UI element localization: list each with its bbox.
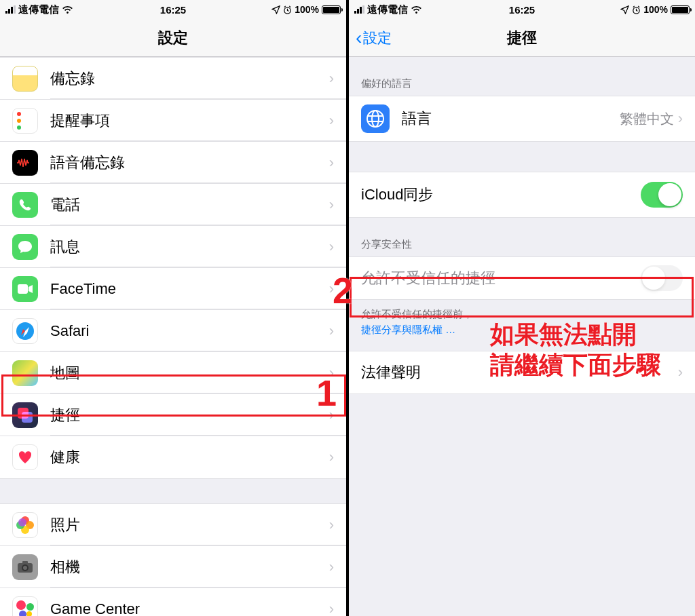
row-value: 繁體中文 — [620, 110, 674, 128]
row-label: 法律聲明 — [361, 362, 678, 383]
battery-icon — [322, 5, 341, 14]
row-label: 相機 — [50, 557, 329, 577]
row-label: 備忘錄 — [50, 69, 329, 89]
voice-memos-icon — [12, 150, 38, 176]
chevron-right-icon: › — [329, 196, 334, 214]
camera-icon — [12, 554, 38, 580]
row-health[interactable]: 健康 › — [0, 436, 346, 478]
chevron-right-icon: › — [329, 558, 334, 576]
row-label: 健康 — [50, 447, 329, 467]
status-bar: 遠傳電信 16:25 100% — [349, 0, 695, 19]
row-legal[interactable]: 法律聲明 › — [349, 351, 695, 393]
chevron-right-icon: › — [329, 322, 334, 340]
safari-icon — [12, 318, 38, 344]
chevron-right-icon: › — [329, 238, 334, 256]
row-phone[interactable]: 電話 › — [0, 184, 346, 226]
row-label: Game Center — [50, 600, 329, 616]
allow-untrusted-toggle[interactable] — [641, 265, 683, 291]
row-notes[interactable]: 備忘錄 › — [0, 58, 346, 100]
note-text: 允許不受信任的捷徑前， — [361, 308, 473, 320]
status-time: 16:25 — [349, 4, 695, 16]
chevron-right-icon: › — [329, 70, 334, 88]
page-title: 捷徑 — [349, 28, 695, 48]
row-label: 語音備忘錄 — [50, 153, 329, 173]
section-header-share: 分享安全性 — [349, 218, 695, 256]
status-bar: 遠傳電信 16:25 100% — [0, 0, 346, 19]
health-icon — [12, 444, 38, 470]
row-safari[interactable]: Safari › — [0, 310, 346, 352]
row-label: 電話 — [50, 195, 329, 215]
notes-icon — [12, 66, 38, 92]
battery-icon — [671, 5, 690, 14]
chevron-right-icon: › — [329, 600, 334, 616]
chevron-right-icon: › — [329, 516, 334, 534]
svg-rect-1 — [18, 284, 28, 294]
svg-rect-6 — [22, 561, 28, 564]
chevron-right-icon: › — [678, 364, 683, 381]
messages-icon — [12, 234, 38, 260]
row-label: 訊息 — [50, 237, 329, 257]
row-label: 語言 — [402, 109, 620, 129]
row-photos[interactable]: 照片 › — [0, 504, 346, 546]
row-gamecenter[interactable]: Game Center › — [0, 588, 346, 616]
gamecenter-icon — [12, 596, 38, 616]
chevron-right-icon: › — [329, 280, 334, 298]
back-label: 設定 — [363, 28, 392, 47]
privacy-link[interactable]: 捷徑分享與隱私權 … — [361, 324, 455, 335]
row-maps[interactable]: 地圖 › — [0, 352, 346, 394]
shortcuts-icon — [12, 402, 38, 428]
chevron-right-icon: › — [329, 154, 334, 172]
phone-right: 遠傳電信 16:25 100% ‹ 設定 捷徑 偏好的語言 語言 繁體中文 › — [349, 0, 695, 616]
chevron-right-icon: › — [329, 364, 334, 382]
chevron-right-icon: › — [329, 112, 334, 130]
phone-left: 遠傳電信 16:25 100% 設定 備忘錄 › 提醒事項 › — [0, 0, 346, 616]
row-voice-memos[interactable]: 語音備忘錄 › — [0, 142, 346, 184]
row-label: FaceTime — [50, 280, 329, 298]
chevron-right-icon: › — [329, 448, 334, 466]
photos-icon — [12, 512, 38, 538]
svg-point-9 — [372, 111, 379, 127]
row-label: 地圖 — [50, 363, 329, 383]
globe-icon — [361, 104, 390, 133]
row-label: iCloud同步 — [361, 185, 641, 205]
maps-icon — [12, 360, 38, 386]
settings-list: 備忘錄 › 提醒事項 › 語音備忘錄 › 電話 › 訊息 › — [0, 57, 346, 616]
row-label: 照片 — [50, 515, 329, 535]
page-title: 設定 — [0, 28, 346, 48]
row-messages[interactable]: 訊息 › — [0, 226, 346, 268]
phone-icon — [12, 192, 38, 218]
allow-untrusted-note: 允許不受信任的捷徑前， 捷徑分享與隱私權 … — [349, 300, 695, 344]
chevron-left-icon: ‹ — [356, 28, 362, 47]
row-label: Safari — [50, 322, 329, 340]
reminders-icon — [12, 108, 38, 134]
chevron-right-icon: › — [329, 406, 334, 424]
row-reminders[interactable]: 提醒事項 › — [0, 100, 346, 142]
shortcut-settings: 偏好的語言 語言 繁體中文 › iCloud同步 分享安全性 允許不受信任的捷徑 — [349, 57, 695, 394]
row-allow-untrusted[interactable]: 允許不受信任的捷徑 — [349, 257, 695, 299]
section-header-lang: 偏好的語言 — [349, 57, 695, 96]
chevron-right-icon: › — [678, 110, 683, 128]
svg-point-8 — [367, 111, 383, 127]
facetime-icon — [12, 276, 38, 302]
row-facetime[interactable]: FaceTime › — [0, 268, 346, 310]
navbar-right: ‹ 設定 捷徑 — [349, 19, 695, 57]
row-camera[interactable]: 相機 › — [0, 546, 346, 588]
status-time: 16:25 — [0, 4, 346, 16]
row-language[interactable]: 語言 繁體中文 › — [349, 96, 695, 141]
svg-point-5 — [23, 566, 27, 570]
back-button[interactable]: ‹ 設定 — [356, 28, 392, 47]
row-shortcuts[interactable]: 捷徑 › — [0, 394, 346, 436]
icloud-toggle[interactable] — [641, 182, 683, 208]
navbar-left: 設定 — [0, 19, 346, 57]
row-icloud-sync[interactable]: iCloud同步 — [349, 172, 695, 217]
row-label: 允許不受信任的捷徑 — [361, 268, 641, 288]
row-label: 提醒事項 — [50, 111, 329, 131]
row-label: 捷徑 — [50, 405, 329, 425]
